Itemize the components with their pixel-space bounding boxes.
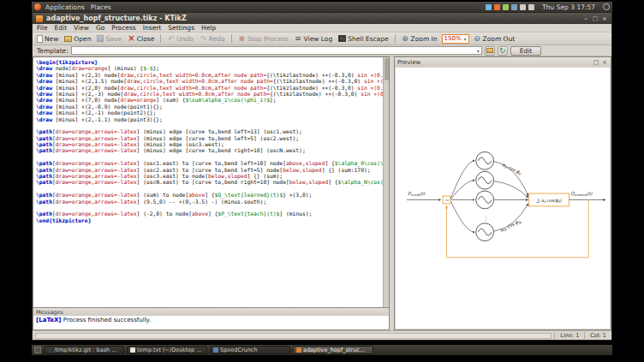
panel-menu-places[interactable]: Places xyxy=(91,3,111,11)
code-line[interactable]: \draw [minus] +(2,3) node[draw,circle,te… xyxy=(36,72,383,78)
distro-logo-icon[interactable] xyxy=(34,3,41,10)
code-segment: \path xyxy=(36,135,52,141)
menu-help[interactable]: Help xyxy=(201,24,216,32)
toolbar-button-label: Undo xyxy=(176,35,194,43)
maximize-button[interactable] xyxy=(592,15,599,22)
message-prefix: [LaTeX] xyxy=(36,317,62,323)
menu-insert[interactable]: Insert xyxy=(143,24,162,32)
save-button: Save xyxy=(95,34,122,44)
task-button-label: temp.txt (~/Desktop ... xyxy=(137,347,201,353)
preview-header[interactable]: Preview xyxy=(395,57,611,67)
code-line[interactable]: \path[draw=orange,arrows=-latex] (osc1.e… xyxy=(36,160,383,166)
bluetooth-icon[interactable] xyxy=(511,4,517,10)
remote-desktop-icon[interactable] xyxy=(486,4,492,10)
template-browse-button[interactable] xyxy=(485,46,495,56)
code-line[interactable]: \draw [minus] +(2,-0.9) node(point1){}; xyxy=(36,104,383,110)
code-segment: above xyxy=(188,192,205,198)
menu-view[interactable]: View xyxy=(74,24,89,32)
panel-menu-applications[interactable]: Applications xyxy=(45,3,85,11)
zoom-out-button[interactable]: Zoom Out xyxy=(472,34,517,44)
code-segment: } +(3,0); xyxy=(283,192,312,198)
code-line[interactable]: \path[draw=orange,arrows=-latex] (9.5,0)… xyxy=(36,199,383,205)
preview-title: Preview xyxy=(397,59,420,66)
editor-scrollbar-thumb[interactable] xyxy=(385,58,389,80)
menu-settings[interactable]: Settings xyxy=(168,24,194,32)
toolbar: NewOpenSaveCloseUndoRedoStop ProcessView… xyxy=(33,33,611,45)
code-segment: \draw xyxy=(36,110,52,116)
code-segment: \path xyxy=(36,147,52,153)
taskbar: /tmp/ktikz.git : bash ...temp.txt (~/Des… xyxy=(32,345,612,355)
volume-icon[interactable] xyxy=(520,4,526,10)
code-line[interactable]: \draw [minus] +(7,0) node[draw=orange] (… xyxy=(36,97,383,103)
code-line[interactable]: \draw [minus] +(2,0) node[draw,circle,te… xyxy=(36,85,383,91)
messaging-icon[interactable] xyxy=(494,4,500,10)
titlebar[interactable]: adaptive_hopf_structure.tikz - KTikZ xyxy=(33,13,611,24)
code-line[interactable]: \draw [minus] +(2,-1) node(point2){}; xyxy=(36,110,383,116)
code-line[interactable]: \end{tikzpicture} xyxy=(36,217,383,223)
panel-clock[interactable]: Thu Sep 3 17:57 xyxy=(542,3,595,11)
session-menu-icon[interactable] xyxy=(603,3,610,10)
close-panel-icon[interactable] xyxy=(601,59,608,66)
code-line[interactable]: \draw [minus] +(2,-3) node[draw,circle,t… xyxy=(36,91,383,97)
code-segment: \draw xyxy=(36,85,52,91)
template-edit-button[interactable]: Edit xyxy=(510,46,542,56)
code-line[interactable]: \path[draw=orange,arrows=-latex] (-2,0) … xyxy=(36,211,383,217)
code-line[interactable]: \path[draw=orange,arrows=-latex] (minus)… xyxy=(36,147,383,153)
menu-process[interactable]: Process xyxy=(111,24,135,32)
code-segment: draw=orange,arrows=-latex xyxy=(56,141,137,147)
code-segment: draw=orange xyxy=(121,97,157,103)
close-button[interactable]: Close xyxy=(126,34,156,44)
open-button[interactable]: Open xyxy=(63,34,92,44)
network-icon[interactable] xyxy=(528,4,534,10)
task-button[interactable]: adaptive_hopf_struc... xyxy=(293,346,373,354)
show-desktop-icon[interactable] xyxy=(34,347,41,353)
code-segment: draw=orange,arrows=-latex xyxy=(56,179,137,185)
editor-scrollbar[interactable] xyxy=(383,57,389,307)
task-button[interactable]: /tmp/ktikz.git : bash ... xyxy=(44,346,124,354)
float-panel-icon[interactable] xyxy=(593,59,599,66)
task-button[interactable]: temp.txt (~/Desktop ... xyxy=(127,346,207,354)
zoom-in-button[interactable]: Zoom In xyxy=(400,34,439,44)
zoom-level-combo[interactable]: 150%▾ xyxy=(442,34,469,44)
code-line[interactable] xyxy=(36,205,383,211)
chevron-down-icon: ▾ xyxy=(477,48,480,54)
code-line[interactable] xyxy=(36,154,383,160)
shell-escape-button[interactable]: Shell Escape xyxy=(337,34,390,44)
code-line[interactable]: \path[draw=orange,arrows=-latex] (sum) t… xyxy=(36,192,383,198)
toolbar-button-label: Open xyxy=(74,35,91,43)
code-line[interactable] xyxy=(36,186,383,192)
message-text: Process finished successfully. xyxy=(62,317,151,323)
battery-icon[interactable] xyxy=(503,4,509,10)
tikz-preview-diagram: Pteach(t) − xyxy=(396,68,610,329)
code-line[interactable]: \path[draw=orange,arrows=-latex] (osc2.e… xyxy=(36,167,383,173)
code-line[interactable]: \begin{tikzpicture} xyxy=(36,59,383,65)
code-line[interactable]: \draw [minus] +(2,1.5) node[draw,circle,… xyxy=(36,78,383,84)
toolbar-button-label: Shell Escape xyxy=(348,35,388,43)
sine-wave-icon xyxy=(478,177,492,184)
code-editor[interactable]: \begin{tikzpicture}\draw node[draw=orang… xyxy=(33,56,390,308)
new-button[interactable]: New xyxy=(35,34,60,44)
code-area[interactable]: \begin{tikzpicture}\draw node[draw=orang… xyxy=(33,57,383,307)
template-combo[interactable]: ▾ xyxy=(71,46,482,55)
view-log-button[interactable]: View Log xyxy=(293,34,335,44)
code-line[interactable]: \draw [minus] +(2,-1.1) node(point3){}; xyxy=(36,116,383,122)
menu-file[interactable]: File xyxy=(37,24,48,32)
close-window-button[interactable] xyxy=(601,15,608,22)
code-segment: {(\tikzlastnode) ++(-0.3,0) xyxy=(266,85,357,91)
code-line[interactable]: \path[draw=orange,arrows=-latex] (oscN.e… xyxy=(36,179,383,185)
ellipsis-dots: ⋮ xyxy=(483,215,488,221)
task-button[interactable]: SpeedCrunch xyxy=(210,346,290,354)
template-reload-button[interactable] xyxy=(498,46,508,56)
code-line[interactable] xyxy=(36,122,383,128)
code-segment: ] (minus) edge [curve to,bend left=13] (… xyxy=(137,128,302,134)
code-line[interactable]: \path[draw=orange,arrows=-latex] (minus)… xyxy=(36,135,383,141)
menu-go[interactable]: Go xyxy=(96,24,104,32)
code-segment: [minus] +(2,-1.1) node(point3){}; xyxy=(52,116,163,122)
code-line[interactable]: \path[draw=orange,arrows=-latex] (osc3.e… xyxy=(36,173,383,179)
code-line[interactable]: \path[draw=orange,arrows=-latex] (minus)… xyxy=(36,141,383,147)
code-line[interactable]: \path[draw=orange,arrows=-latex] (minus)… xyxy=(36,128,383,134)
code-segment: \path xyxy=(36,192,52,198)
menu-edit[interactable]: Edit xyxy=(55,24,68,32)
minimize-button[interactable] xyxy=(582,15,589,22)
code-line[interactable]: \draw node[draw=orange] (minus) {$-$}; xyxy=(36,65,383,71)
